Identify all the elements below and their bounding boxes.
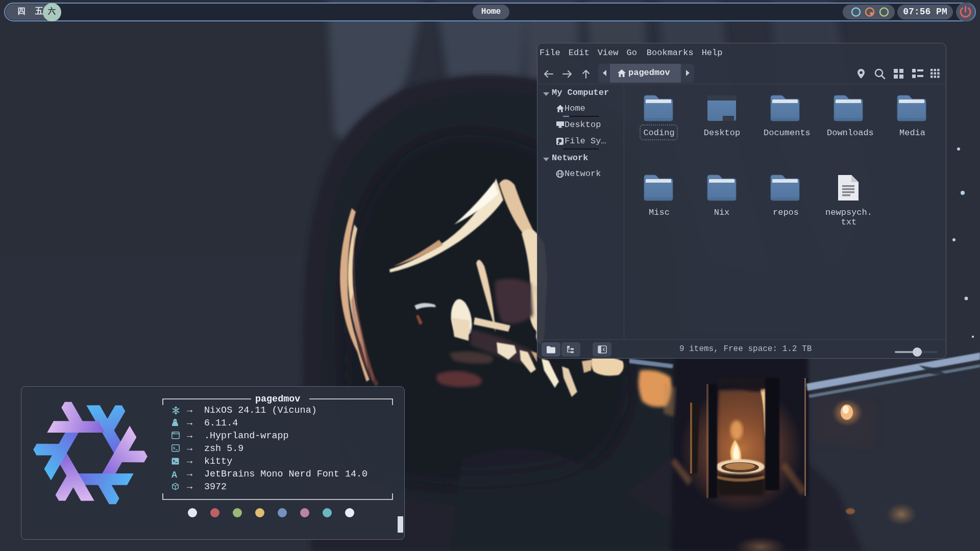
svg-text:pagedmov: pagedmov <box>255 394 300 405</box>
